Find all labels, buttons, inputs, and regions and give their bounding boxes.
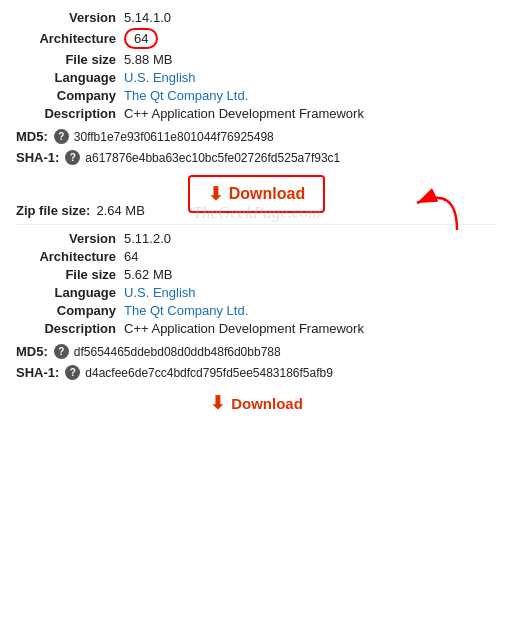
company-label: Company [16,88,116,103]
s2-architecture-label: Architecture [16,249,116,264]
s2-company-value: The Qt Company Ltd. [124,303,248,318]
architecture-value: 64 [124,28,158,49]
version-row: Version 5.14.1.0 [16,10,497,25]
md5-question-icon[interactable]: ? [54,129,69,144]
md5-value: 30ffb1e7e93f0611e801044f76925498 [74,130,274,144]
s2-download-button[interactable]: ⬇ Download [210,392,303,414]
s2-description-row: Description C++ Application Development … [16,321,497,336]
s2-version-label: Version [16,231,116,246]
s2-language-value: U.S. English [124,285,196,300]
s2-sha1-row: SHA-1: ? d4acfee6de7cc4bdfcd795fd5ee5483… [16,365,497,380]
s2-version-value: 5.11.2.0 [124,231,171,246]
description-label: Description [16,106,116,121]
filesize-row: File size 5.88 MB [16,52,497,67]
s2-sha1-value: d4acfee6de7cc4bdfcd795fd5ee5483186f5afb9 [85,366,333,380]
company-value: The Qt Company Ltd. [124,88,248,103]
s2-md5-label: MD5: [16,344,48,359]
s2-filesize-row: File size 5.62 MB [16,267,497,282]
language-label: Language [16,70,116,85]
s2-download-icon: ⬇ [210,392,225,414]
s2-architecture-row: Architecture 64 [16,249,497,264]
version-value: 5.14.1.0 [124,10,171,25]
md5-row: MD5: ? 30ffb1e7e93f0611e801044f76925498 [16,129,497,144]
s2-md5-question-icon[interactable]: ? [54,344,69,359]
arrow-indicator [387,175,467,238]
s2-md5-row: MD5: ? df5654465ddebd08d0ddb48f6d0bb788 [16,344,497,359]
download-icon: ⬇ [208,183,223,205]
download-label: Download [229,185,305,203]
s2-download-wrapper: ⬇ Download [16,392,497,414]
s2-sha1-label: SHA-1: [16,365,59,380]
md5-label: MD5: [16,129,48,144]
section-divider [16,224,497,225]
sha1-label: SHA-1: [16,150,59,165]
description-row: Description C++ Application Development … [16,106,497,121]
filesize-value: 5.88 MB [124,52,172,67]
architecture-label: Architecture [16,31,116,46]
company-row: Company The Qt Company Ltd. [16,88,497,103]
architecture-row: Architecture 64 [16,28,497,49]
s2-filesize-label: File size [16,267,116,282]
sha1-row: SHA-1: ? a617876e4bba63ec10bc5fe02726fd5… [16,150,497,165]
s2-description-value: C++ Application Development Framework [124,321,364,336]
s2-version-row: Version 5.11.2.0 [16,231,497,246]
filesize-label: File size [16,52,116,67]
s2-sha1-question-icon[interactable]: ? [65,365,80,380]
s2-description-label: Description [16,321,116,336]
language-row: Language U.S. English [16,70,497,85]
s2-language-row: Language U.S. English [16,285,497,300]
download-button[interactable]: ⬇ Download [188,175,325,213]
download-wrapper: ⬇ Download [16,175,497,213]
description-value: C++ Application Development Framework [124,106,364,121]
s2-company-row: Company The Qt Company Ltd. [16,303,497,318]
language-value: U.S. English [124,70,196,85]
sha1-question-icon[interactable]: ? [65,150,80,165]
s2-language-label: Language [16,285,116,300]
version-label: Version [16,10,116,25]
s2-architecture-value: 64 [124,249,138,264]
sha1-value: a617876e4bba63ec10bc5fe02726fd525a7f93c1 [85,151,340,165]
s2-company-label: Company [16,303,116,318]
s2-filesize-value: 5.62 MB [124,267,172,282]
s2-download-label: Download [231,395,303,412]
s2-md5-value: df5654465ddebd08d0ddb48f6d0bb788 [74,345,281,359]
